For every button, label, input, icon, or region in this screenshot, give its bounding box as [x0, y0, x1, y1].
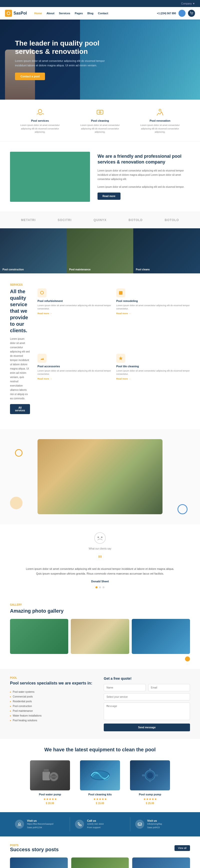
form-row-1	[104, 684, 190, 691]
gallery-title: Amazing photo gallery	[10, 608, 190, 614]
nav-links: Home About Services Pages Blog Contact	[34, 12, 157, 15]
spec-item-7: Pool heating solutions	[10, 718, 96, 723]
partner-botolo: BOTOLO	[165, 218, 179, 222]
partners-bar: METATRI SOCITRI QUINYX BOTOLD BOTOLO	[0, 212, 200, 228]
nav-services[interactable]: Services	[59, 12, 70, 15]
spec-item-6: Water feature installations	[10, 713, 96, 718]
svg-rect-9	[42, 772, 50, 780]
svg-rect-13	[50, 776, 58, 778]
qs-readmore-3[interactable]: Read more →	[37, 377, 52, 380]
cb-line2-2: From support	[87, 826, 103, 829]
contact-bar: Visit us https://the-thecom/saaspol Saas…	[0, 812, 200, 836]
equip-stars-2: ★★★★★	[77, 797, 123, 801]
specialists-label: Pool	[10, 677, 96, 679]
nav-contact[interactable]: Contact	[98, 12, 108, 15]
nav-blog[interactable]: Blog	[87, 12, 93, 15]
spec-item-4: Pool construction	[10, 704, 96, 709]
dot-3[interactable]	[102, 586, 104, 588]
cb-title-1: Visit us	[27, 819, 54, 822]
gallery-strip-item-3[interactable]: Pool cleans	[133, 228, 200, 273]
spec-item-2: Commercial pools	[10, 694, 96, 699]
about-text: We are a friendly and professional pool …	[98, 153, 190, 200]
blog-header: Posts Success story posts View all	[10, 844, 190, 852]
email-input[interactable]	[148, 684, 190, 691]
equip-item-1: Pool water pump ★★★★★ $ 20.00	[28, 761, 72, 805]
view-all-button[interactable]: View all	[174, 845, 190, 851]
quality-top: Services All the quality service that we…	[10, 283, 190, 414]
dot-2[interactable]	[99, 586, 101, 588]
quality-cta[interactable]: All services	[10, 404, 30, 414]
service-1-desc: Lorem ipsum dolor sit amet consectetur a…	[20, 124, 60, 134]
cart-icon[interactable]	[188, 10, 195, 17]
equipment-section: We have the latest equipment to clean th…	[0, 739, 200, 812]
qs-icon-1	[37, 288, 46, 298]
service-pool-services: Pool services Lorem ipsum dolor sit amet…	[20, 107, 60, 134]
dot-1[interactable]	[96, 586, 98, 588]
quote-form-title: Get a free quote!	[104, 677, 190, 680]
cb-title-2: Call us	[87, 819, 103, 822]
blog-grid: ¿Effective ways to keep your swimming po…	[10, 858, 190, 868]
blog-card-3: Plan the perfect backyard pool renovatio…	[132, 858, 190, 868]
qs-desc-1: Lorem ipsum dolor sit amet consectetur a…	[37, 304, 111, 311]
nav-phone: +1 (234) 567 890	[157, 12, 176, 15]
send-button[interactable]: Send message	[104, 723, 190, 731]
qs-icon-4	[116, 354, 125, 363]
photo-gallery-section: Gallery Amazing photo gallery	[0, 596, 200, 669]
about-title: We are a friendly and professional pool …	[98, 153, 190, 165]
user-avatar[interactable]	[178, 10, 186, 17]
photo-item-3[interactable]	[132, 619, 190, 654]
nav-home[interactable]: Home	[34, 12, 42, 15]
language-selector[interactable]: Company ▼	[181, 2, 195, 5]
photo-item-2[interactable]	[71, 619, 129, 654]
nav-about[interactable]: About	[46, 12, 55, 15]
photo-item-1[interactable]	[10, 619, 68, 654]
spec-item-3: Residential pools	[10, 699, 96, 704]
qs-readmore-2[interactable]: Read more →	[116, 312, 131, 315]
blog-section: Posts Success story posts View all ¿Effe…	[0, 836, 200, 868]
cb-line1-1: https://the-thecom/saaspol	[27, 822, 54, 826]
svg-rect-17	[149, 769, 151, 771]
qs-readmore-4[interactable]: Read more →	[116, 377, 131, 380]
qs-item-2: Pool remodeling Lorem ipsum dolor sit am…	[116, 288, 190, 349]
svg-point-0	[191, 14, 192, 15]
svg-rect-20	[156, 774, 158, 776]
service-3-desc: Lorem ipsum dolor sit amet consectetur a…	[140, 124, 180, 134]
quote-form: Get a free quote! Send message	[104, 677, 190, 731]
decorative-circle-1	[15, 449, 23, 457]
spec-item-1: Pool water systems	[10, 689, 96, 694]
qs-title-4: Pool tile cleaning	[116, 365, 190, 368]
phone-icon	[75, 820, 84, 829]
equipment-title: We have the latest equipment to clean th…	[10, 746, 190, 753]
testimonial-section: What our clients say " Lorem ipsum dolor…	[0, 524, 200, 596]
quality-section: Services All the quality service that we…	[0, 273, 200, 429]
nav-logo[interactable]: SasPol	[5, 10, 27, 17]
about-cta[interactable]: Read more	[98, 192, 121, 200]
hero-cta[interactable]: Contact a pool	[15, 72, 45, 80]
blog-card-2: How can I make my pool ecologically frie…	[71, 858, 129, 868]
svg-point-16	[147, 772, 153, 778]
about-text1: Lorem ipsum dolor sit amet consectetur a…	[98, 168, 190, 181]
qs-icon-3	[37, 354, 46, 363]
service-select[interactable]	[104, 693, 190, 701]
nav-pages[interactable]: Pages	[75, 12, 83, 15]
qs-title-1: Pool refurbishment	[37, 300, 111, 303]
svg-point-2	[38, 110, 42, 113]
contact-text-2: Call us 1(343) 342 4444 From support	[87, 819, 103, 830]
name-input[interactable]	[104, 684, 146, 691]
spec-item-5: Pool maintenance	[10, 709, 96, 713]
svg-rect-18	[149, 780, 151, 782]
equip-item-3: Pool sump pump ★★★★★ $ 25.00	[128, 761, 172, 805]
svg-point-7	[98, 536, 99, 538]
gallery-strip-item-1[interactable]: Pool construction	[0, 228, 67, 273]
message-textarea[interactable]	[104, 703, 190, 720]
gallery-strip-item-2[interactable]: Pool maintenance	[67, 228, 133, 273]
service-2-desc: Lorem ipsum dolor sit amet consectetur a…	[80, 124, 120, 134]
svg-point-1	[192, 14, 193, 15]
blog-label: Posts	[10, 844, 59, 847]
equip-price-3: $ 25.00	[128, 802, 172, 805]
qs-readmore-1[interactable]: Read more →	[37, 312, 52, 315]
equip-item-2: Pool cleaning kits ★★★★★ $ 15.00	[77, 761, 123, 805]
cb-line2-3: Saas pol#23	[147, 826, 162, 829]
cb-title-3: Visit us	[147, 819, 162, 822]
testimonial-icon	[94, 532, 106, 544]
